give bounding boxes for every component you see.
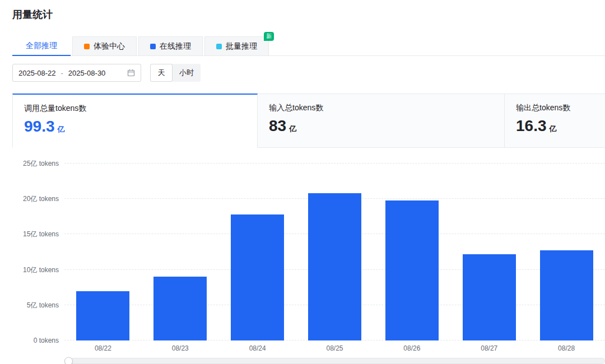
x-axis-label: 08/25 [296,344,374,352]
y-axis-tick: 25亿 tokens [23,159,59,169]
bar-08/27[interactable] [463,254,516,340]
x-axis-label: 08/23 [142,344,219,352]
stat-number: 83 [269,117,286,135]
tab-label: 批量推理 [226,41,257,52]
stat-card-output-tokens[interactable]: 输出总tokens数 16.3 亿 [505,94,605,148]
bar-slot [64,164,142,340]
tab-online-inference[interactable]: 在线推理 [138,36,203,55]
x-axis-label: 08/26 [373,344,450,352]
bar-08/26[interactable] [385,200,439,340]
stat-unit: 亿 [289,124,296,134]
date-range-picker[interactable]: 2025-08-22 - 2025-08-30 [12,64,141,82]
scrollbar-handle[interactable] [64,357,73,364]
stat-label: 输入总tokens数 [269,103,493,113]
date-separator: - [61,69,63,77]
stat-value: 16.3 亿 [516,117,605,135]
bar-slot [450,164,528,340]
x-axis-label: 08/27 [450,344,528,352]
x-axis-label: 08/24 [219,344,296,352]
granularity-day-button[interactable]: 天 [150,64,173,82]
bar-08/23[interactable] [153,277,207,340]
chart-plot: 0 tokens5亿 tokens10亿 tokens15亿 tokens20亿… [64,164,605,340]
bar-slot [528,164,605,340]
chart-x-labels: 08/2208/2308/2408/2508/2608/2708/28 [64,344,605,352]
y-axis-tick: 10亿 tokens [23,265,59,274]
cyan-square-icon [216,44,222,49]
stat-number: 16.3 [516,117,547,135]
stat-value: 99.3 亿 [24,118,246,136]
filter-row: 2025-08-22 - 2025-08-30 天 小时 [12,64,605,82]
y-axis-tick: 15亿 tokens [23,230,59,239]
orange-square-icon [84,44,90,49]
tab-all-inference[interactable]: 全部推理 [12,37,71,56]
tab-experience-center[interactable]: 体验中心 [72,36,137,55]
stat-card-input-tokens[interactable]: 输入总tokens数 83 亿 [258,94,505,148]
date-end[interactable]: 2025-08-30 [68,69,106,77]
page-title: 用量统计 [12,8,605,21]
bar-slot [373,164,450,340]
granularity-toggle: 天 小时 [150,64,201,82]
blue-square-icon [150,44,156,49]
usage-bar-chart: 0 tokens5亿 tokens10亿 tokens15亿 tokens20亿… [12,164,605,364]
stat-unit: 亿 [550,124,557,134]
stat-label: 调用总量tokens数 [24,104,246,114]
x-axis-label: 08/22 [64,344,142,352]
y-axis-tick: 5亿 tokens [27,300,59,310]
x-axis-label: 08/28 [528,344,605,352]
date-start[interactable]: 2025-08-22 [18,69,56,77]
stat-unit: 亿 [58,124,65,134]
usage-stats-page: 用量统计 全部推理 体验中心 在线推理 批量推理 新 2025-08-22 - … [0,0,605,364]
bar-slot [219,164,296,340]
stat-number: 99.3 [24,118,55,136]
granularity-hour-button[interactable]: 小时 [173,64,201,82]
bar-08/24[interactable] [231,214,284,340]
chart-bars [64,164,605,340]
stat-value: 83 亿 [269,117,493,135]
stat-card-total-tokens[interactable]: 调用总量tokens数 99.3 亿 [12,94,258,148]
bar-slot [142,164,219,340]
chart-scrollbar[interactable] [64,358,605,364]
tab-label: 在线推理 [160,41,191,52]
tab-label: 体验中心 [94,41,125,52]
new-badge: 新 [264,32,274,41]
bar-slot [296,164,374,340]
y-axis-tick: 0 tokens [34,337,59,344]
tab-label: 全部推理 [26,41,57,51]
bar-08/22[interactable] [76,291,129,340]
bar-08/25[interactable] [308,193,361,340]
tab-bar: 全部推理 体验中心 在线推理 批量推理 新 [12,36,605,56]
bar-08/28[interactable] [540,250,593,340]
y-axis-tick: 20亿 tokens [23,194,59,204]
stat-cards: 调用总量tokens数 99.3 亿 输入总tokens数 83 亿 输出总to… [12,94,605,148]
tab-batch-inference[interactable]: 批量推理 新 [204,36,269,55]
calendar-icon [127,69,135,77]
stat-label: 输出总tokens数 [516,103,605,113]
